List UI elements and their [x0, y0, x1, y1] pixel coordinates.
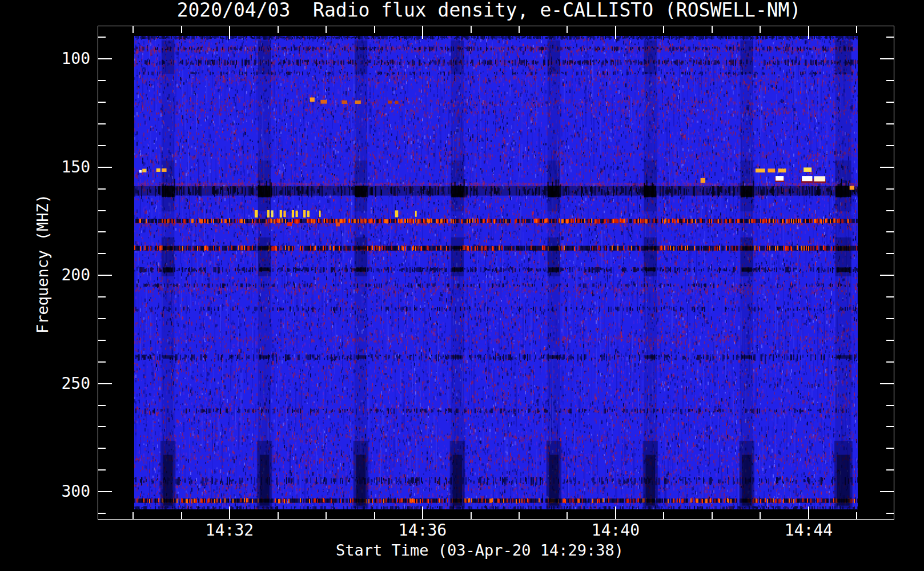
x-minor-tick	[567, 26, 568, 33]
y-minor-tick	[98, 296, 106, 297]
x-minor-tick	[760, 26, 761, 33]
y-minor-tick	[886, 123, 894, 124]
x-minor-tick	[471, 26, 472, 33]
y-major-tick	[880, 167, 894, 168]
x-tick-label: 14:32	[190, 521, 270, 540]
y-minor-tick	[886, 296, 894, 297]
x-minor-tick	[712, 26, 713, 33]
x-minor-tick	[712, 512, 713, 519]
x-minor-tick	[132, 26, 134, 33]
y-tick-label: 150	[38, 158, 90, 176]
x-minor-tick	[519, 26, 520, 33]
y-major-tick	[880, 491, 894, 492]
y-minor-tick	[886, 469, 894, 471]
x-major-tick	[422, 26, 423, 39]
y-major-tick	[98, 58, 112, 59]
y-minor-tick	[886, 188, 894, 190]
y-minor-tick	[886, 80, 894, 81]
x-minor-tick	[181, 26, 182, 33]
y-minor-tick	[98, 145, 106, 146]
y-minor-tick	[98, 405, 106, 406]
y-minor-tick	[98, 318, 106, 319]
y-minor-tick	[98, 188, 106, 190]
x-minor-tick	[663, 26, 664, 33]
spectrogram-image	[134, 36, 858, 509]
x-major-tick	[808, 26, 809, 39]
y-minor-tick	[886, 318, 894, 319]
x-minor-tick	[181, 512, 182, 519]
x-minor-tick	[374, 512, 375, 519]
x-major-tick	[615, 506, 616, 519]
x-major-tick	[615, 26, 616, 39]
x-minor-tick	[326, 512, 327, 519]
x-major-tick	[808, 506, 809, 519]
y-minor-tick	[98, 80, 106, 81]
y-minor-tick	[886, 405, 894, 406]
y-minor-tick	[98, 231, 106, 232]
y-minor-tick	[886, 340, 894, 341]
y-minor-tick	[98, 513, 106, 514]
y-minor-tick	[886, 361, 894, 363]
x-minor-tick	[278, 26, 279, 33]
y-minor-tick	[886, 253, 894, 254]
chart-title: 2020/04/03 Radio flux density, e-CALLIST…	[81, 0, 897, 22]
x-axis-label: Start Time (03-Apr-20 14:29:38)	[98, 541, 862, 559]
y-major-tick	[98, 491, 112, 492]
spectrogram-figure: 2020/04/03 Radio flux density, e-CALLIST…	[0, 0, 924, 571]
y-major-tick	[98, 275, 112, 276]
y-minor-tick	[886, 102, 894, 103]
x-minor-tick	[760, 512, 761, 519]
y-minor-tick	[98, 448, 106, 449]
y-minor-tick	[886, 513, 894, 514]
y-minor-tick	[98, 123, 106, 124]
y-minor-tick	[98, 426, 106, 427]
y-minor-tick	[886, 426, 894, 427]
y-minor-tick	[98, 102, 106, 103]
x-minor-tick	[519, 512, 520, 519]
x-minor-tick	[856, 26, 857, 33]
y-major-tick	[880, 383, 894, 384]
plot-frame	[98, 26, 894, 520]
y-minor-tick	[886, 448, 894, 449]
y-minor-tick	[886, 145, 894, 146]
x-minor-tick	[374, 26, 375, 33]
y-minor-tick	[886, 231, 894, 232]
y-minor-tick	[98, 340, 106, 341]
y-axis-label: Frequency (MHZ)	[34, 194, 51, 333]
y-minor-tick	[98, 361, 106, 363]
x-major-tick	[229, 26, 230, 39]
y-tick-label: 250	[38, 375, 90, 393]
x-minor-tick	[663, 512, 664, 519]
x-minor-tick	[471, 512, 472, 519]
x-minor-tick	[567, 512, 568, 519]
y-minor-tick	[886, 210, 894, 211]
y-major-tick	[880, 58, 894, 59]
y-tick-label: 100	[38, 50, 90, 68]
x-minor-tick	[132, 512, 134, 519]
y-minor-tick	[98, 37, 106, 38]
x-tick-label: 14:44	[769, 521, 849, 540]
y-major-tick	[98, 167, 112, 168]
y-major-tick	[98, 383, 112, 384]
x-minor-tick	[326, 26, 327, 33]
x-major-tick	[422, 506, 423, 519]
y-minor-tick	[98, 253, 106, 254]
y-major-tick	[880, 275, 894, 276]
x-minor-tick	[856, 512, 857, 519]
x-tick-label: 14:36	[383, 521, 463, 540]
y-tick-label: 300	[38, 482, 90, 501]
x-minor-tick	[278, 512, 279, 519]
y-minor-tick	[886, 37, 894, 38]
y-minor-tick	[98, 210, 106, 211]
x-major-tick	[229, 506, 230, 519]
y-minor-tick	[98, 469, 106, 471]
x-tick-label: 14:40	[576, 521, 656, 540]
